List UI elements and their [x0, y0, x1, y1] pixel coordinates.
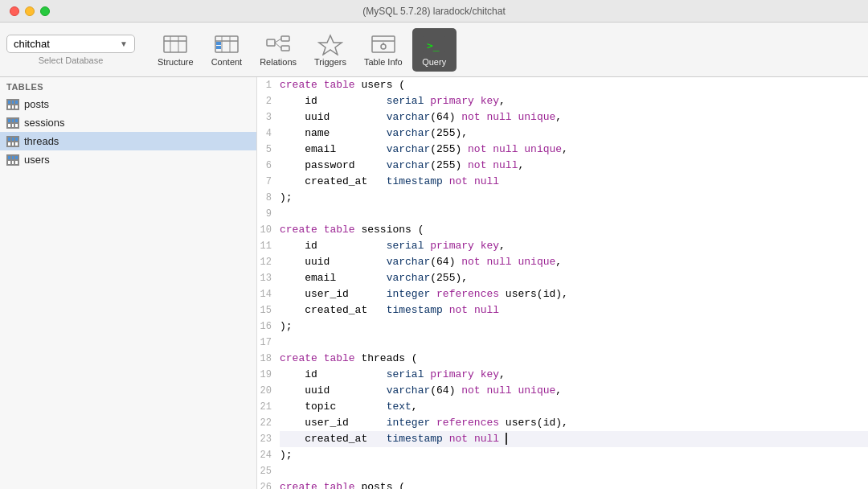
line-content[interactable]: ); — [280, 318, 868, 335]
line-18: 18create table threads ( — [257, 351, 868, 367]
line-11: 11 id serial primary key, — [257, 238, 868, 254]
line-number: 6 — [257, 158, 280, 174]
line-content[interactable]: ); — [280, 447, 868, 463]
minimize-button[interactable] — [25, 6, 35, 16]
line-12: 12 uuid varchar(64) not null unique, — [257, 254, 868, 270]
close-button[interactable] — [10, 6, 19, 16]
tableinfo-label: Table Info — [364, 57, 403, 67]
svg-marker-15 — [319, 35, 342, 55]
sidebar: TABLES postssessionsthreadsusers — [0, 77, 257, 489]
svg-rect-8 — [216, 42, 221, 45]
database-name: chitchat — [14, 38, 50, 50]
maximize-button[interactable] — [40, 6, 50, 16]
line-24: 24); — [257, 447, 868, 463]
line-number: 13 — [257, 270, 280, 286]
line-7: 7 created_at timestamp not null — [257, 174, 868, 190]
database-selector[interactable]: chitchat ▼ Select Database — [6, 35, 135, 65]
structure-icon — [162, 33, 188, 55]
sidebar-item-label: threads — [24, 135, 59, 147]
line-content[interactable]: password varchar(255) not null, — [280, 158, 868, 174]
line-content[interactable]: email varchar(255), — [280, 270, 868, 286]
main-content: TABLES postssessionsthreadsusers 1create… — [0, 77, 868, 489]
line-content[interactable]: id serial primary key, — [280, 367, 868, 383]
svg-rect-10 — [267, 39, 275, 46]
line-content[interactable]: create table sessions ( — [280, 222, 868, 238]
line-content[interactable]: topic text, — [280, 399, 868, 415]
line-20: 20 uuid varchar(64) not null unique, — [257, 383, 868, 399]
line-26: 26create table posts ( — [257, 479, 868, 489]
line-number: 23 — [257, 431, 280, 447]
structure-label: Structure — [158, 57, 194, 67]
svg-rect-0 — [164, 36, 186, 52]
line-4: 4 name varchar(255), — [257, 125, 868, 142]
relations-button[interactable]: Relations — [252, 28, 305, 72]
tables-header: TABLES — [0, 77, 256, 95]
svg-line-13 — [275, 39, 281, 43]
line-content[interactable]: create table users ( — [280, 77, 868, 93]
line-21: 21 topic text, — [257, 399, 868, 415]
content-button[interactable]: Content — [203, 28, 251, 72]
relations-icon — [265, 33, 291, 55]
line-number: 21 — [257, 399, 280, 415]
line-content[interactable]: created_at timestamp not null — [280, 174, 868, 190]
line-content[interactable]: user_id integer references users(id), — [280, 286, 868, 302]
line-number: 24 — [257, 447, 280, 463]
svg-rect-12 — [281, 46, 289, 51]
line-content[interactable]: name varchar(255), — [280, 125, 868, 142]
line-content[interactable]: id serial primary key, — [280, 238, 868, 254]
svg-rect-11 — [281, 36, 289, 41]
line-number: 26 — [257, 479, 280, 489]
query-label: Query — [422, 57, 446, 67]
line-content[interactable]: uuid varchar(64) not null unique, — [280, 383, 868, 399]
line-content[interactable]: uuid varchar(64) not null unique, — [280, 254, 868, 270]
sidebar-item-users[interactable]: users — [0, 150, 256, 169]
line-number: 3 — [257, 109, 280, 125]
line-content[interactable]: email varchar(255) not null unique, — [280, 142, 868, 158]
line-content[interactable]: created_at timestamp not null — [280, 431, 868, 447]
svg-text:>_: >_ — [427, 39, 440, 51]
sidebar-item-label: posts — [24, 98, 49, 110]
titlebar: (MySQL 5.7.28) laradock/chitchat — [0, 0, 868, 23]
line-content[interactable]: user_id integer references users(id), — [280, 415, 868, 431]
tableinfo-icon — [371, 33, 396, 55]
sidebar-item-sessions[interactable]: sessions — [0, 113, 256, 132]
line-number: 8 — [257, 190, 280, 206]
line-content[interactable]: created_at timestamp not null — [280, 302, 868, 318]
svg-line-14 — [275, 43, 281, 48]
line-content[interactable]: ); — [280, 190, 868, 206]
line-content[interactable]: create table posts ( — [280, 479, 868, 489]
content-label: Content — [211, 57, 243, 67]
line-number: 18 — [257, 351, 280, 367]
line-10: 10create table sessions ( — [257, 222, 868, 238]
line-19: 19 id serial primary key, — [257, 367, 868, 383]
structure-button[interactable]: Structure — [149, 28, 202, 72]
line-number: 14 — [257, 286, 280, 302]
line-25: 25 — [257, 463, 868, 479]
sidebar-tables-list: postssessionsthreadsusers — [0, 95, 256, 169]
line-1: 1create table users ( — [257, 77, 868, 93]
sidebar-item-threads[interactable]: threads — [0, 132, 256, 150]
line-number: 16 — [257, 318, 280, 335]
line-5: 5 email varchar(255) not null unique, — [257, 142, 868, 158]
line-content[interactable]: uuid varchar(64) not null unique, — [280, 109, 868, 125]
triggers-button[interactable]: Triggers — [306, 28, 354, 72]
window-title: (MySQL 5.7.28) laradock/chitchat — [362, 6, 506, 17]
line-number: 2 — [257, 93, 280, 109]
svg-rect-9 — [216, 46, 221, 49]
sidebar-item-posts[interactable]: posts — [0, 95, 256, 113]
query-editor[interactable]: 1create table users (2 id serial primary… — [257, 77, 868, 489]
toolbar-buttons: Structure Content — [149, 28, 457, 72]
toolbar: chitchat ▼ Select Database Structure — [0, 23, 868, 77]
svg-point-18 — [381, 44, 386, 49]
line-content[interactable]: create table threads ( — [280, 351, 868, 367]
line-number: 17 — [257, 335, 280, 351]
query-button[interactable]: >_ Query — [412, 28, 457, 72]
line-23: 23 created_at timestamp not null — [257, 431, 868, 447]
table-grid-icon — [6, 117, 19, 129]
line-number: 1 — [257, 77, 280, 93]
tableinfo-button[interactable]: Table Info — [356, 28, 411, 72]
line-13: 13 email varchar(255), — [257, 270, 868, 286]
line-14: 14 user_id integer references users(id), — [257, 286, 868, 302]
line-content[interactable]: id serial primary key, — [280, 93, 868, 109]
database-dropdown[interactable]: chitchat ▼ — [6, 35, 135, 53]
